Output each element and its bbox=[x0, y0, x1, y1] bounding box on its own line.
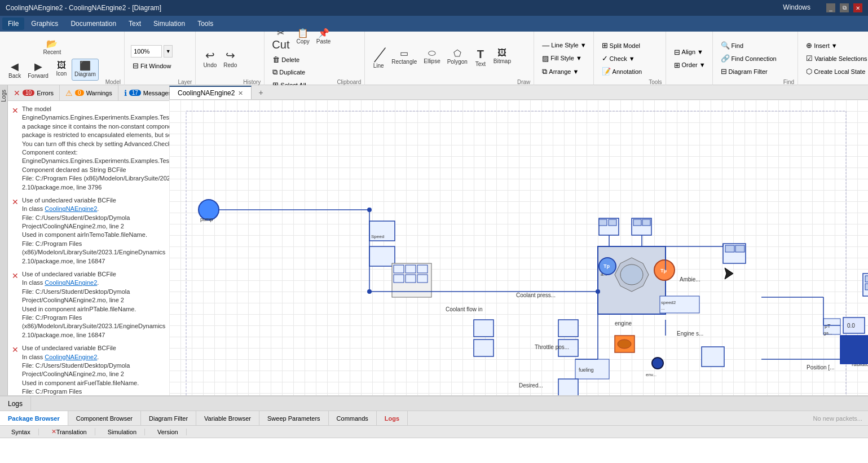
error-link-4[interactable]: CoolingNAEngine2 bbox=[45, 354, 97, 360]
menu-item-tools[interactable]: Tools bbox=[192, 17, 219, 30]
bottom-tab-commands[interactable]: Commands bbox=[329, 411, 377, 425]
split-model-button[interactable]: ⊞ Split Model bbox=[598, 39, 646, 51]
icon-button[interactable]: 🖼 Icon bbox=[52, 59, 71, 81]
cut-button[interactable]: ✂ Cut bbox=[269, 26, 292, 53]
diagram-tab-active[interactable]: CoolingNAEngine2 ✕ bbox=[169, 86, 252, 99]
undo-button[interactable]: ↩ Undo bbox=[200, 47, 219, 70]
rectangle-button[interactable]: ▭ Rectangle bbox=[389, 46, 420, 70]
minimize-button[interactable]: _ bbox=[826, 3, 835, 12]
svg-text:Speed: Speed bbox=[371, 234, 384, 239]
svg-text:...: ... bbox=[661, 306, 665, 311]
zoom-input[interactable] bbox=[131, 45, 162, 58]
recent-label: Recent bbox=[43, 49, 61, 55]
order-button[interactable]: ⊞ Order ▼ bbox=[671, 59, 709, 71]
svg-point-43 bbox=[618, 339, 631, 349]
svg-text:env...: env... bbox=[646, 372, 656, 377]
bottom-tab-package-browser[interactable]: Package Browser bbox=[0, 411, 68, 425]
diagram-canvas[interactable]: pump Speed Coolant flow in Coolant press… bbox=[169, 100, 868, 395]
menu-item-documentation[interactable]: Documentation bbox=[65, 17, 122, 30]
check-button[interactable]: ✓ Check ▼ bbox=[598, 52, 646, 64]
arrange-button[interactable]: ⧉ Arrange ▼ bbox=[539, 65, 589, 78]
menu-item-simulation[interactable]: Simulation bbox=[148, 17, 191, 30]
svg-text:speed2: speed2 bbox=[661, 300, 676, 305]
variable-selections-button[interactable]: ☑ Variable Selections bbox=[803, 52, 868, 64]
error-link-3[interactable]: CoolingNAEngine2 bbox=[45, 279, 97, 286]
translation-error-icon: ✕ bbox=[51, 428, 56, 435]
log-syntax-tab[interactable]: Syntax bbox=[3, 429, 39, 435]
recent-button[interactable]: 📂 Recent bbox=[41, 37, 64, 57]
menu-item-file[interactable]: File bbox=[2, 17, 24, 30]
svg-rect-51 bbox=[633, 219, 641, 226]
text-draw-button[interactable]: T Text bbox=[472, 46, 490, 70]
diagram-button[interactable]: ⬛ Diagram bbox=[72, 59, 99, 81]
svg-rect-5 bbox=[369, 246, 395, 266]
menu-bar: File Graphics Documentation Text Simulat… bbox=[0, 16, 868, 32]
svg-point-17 bbox=[620, 264, 643, 285]
create-local-state-button[interactable]: ⬡ Create Local State bbox=[803, 65, 868, 77]
back-button[interactable]: ◀ Back bbox=[6, 59, 24, 81]
forward-button[interactable]: ▶ Forward bbox=[25, 59, 51, 81]
error-tabs: ✕ 10 Errors ⚠ 0 Warnings ℹ 17 Messages » bbox=[8, 85, 177, 101]
redo-button[interactable]: ↪ Redo bbox=[221, 47, 240, 70]
line-button[interactable]: ╱ Line bbox=[369, 46, 387, 70]
tab-close-button[interactable]: ✕ bbox=[238, 90, 243, 97]
find-connection-button[interactable]: 🔗 Find Connection bbox=[717, 52, 780, 64]
find-button[interactable]: 🔍 Find bbox=[717, 39, 780, 51]
tools-label: Tools bbox=[649, 78, 662, 85]
diagram-filter-button[interactable]: ⊟ Diagram Filter bbox=[717, 65, 780, 77]
log-subtabs: Syntax ✕ Translation Simulation Version bbox=[0, 426, 868, 438]
svg-rect-49 bbox=[609, 219, 616, 226]
polygon-button[interactable]: ⬠ Polygon bbox=[444, 46, 470, 70]
layer-group-label: Layer bbox=[178, 78, 192, 85]
duplicate-button[interactable]: ⧉ Duplicate bbox=[269, 66, 333, 78]
insert-button[interactable]: ⊕ Insert ▼ bbox=[803, 39, 868, 51]
restore-button[interactable]: ⧉ bbox=[840, 3, 849, 12]
tab-label: CoolingNAEngine2 bbox=[178, 89, 235, 97]
svg-text:Tp: Tp bbox=[660, 268, 667, 274]
align-button[interactable]: ⊟ Align ▼ bbox=[671, 46, 709, 58]
tab-bar: CoolingNAEngine2 ✕ + bbox=[169, 85, 868, 100]
fit-window-button[interactable]: ⊟ Fit Window bbox=[129, 60, 174, 72]
bottom-tab-diagram-filter[interactable]: Diagram Filter bbox=[141, 411, 196, 425]
icon-label: Icon bbox=[56, 70, 67, 77]
bitmap-button[interactable]: 🖼 Bitmap bbox=[491, 46, 514, 70]
zoom-dropdown[interactable]: ▼ bbox=[164, 45, 173, 58]
log-simulation-tab[interactable]: Simulation bbox=[100, 429, 145, 435]
error-tab-errors[interactable]: ✕ 10 Errors bbox=[8, 85, 60, 100]
errors-label: Errors bbox=[37, 90, 54, 96]
fill-style-button[interactable]: ▨ Fill Style ▼ bbox=[539, 52, 589, 64]
svg-rect-46 bbox=[702, 347, 724, 367]
svg-rect-12 bbox=[417, 275, 428, 283]
bottom-tab-logs2[interactable]: Logs bbox=[377, 411, 408, 425]
svg-text:Coolant flow in: Coolant flow in bbox=[446, 306, 483, 312]
log-version-tab[interactable]: Version bbox=[149, 429, 187, 435]
bottom-tab-variable-browser[interactable]: Variable Browser bbox=[196, 411, 259, 425]
menu-item-text[interactable]: Text bbox=[123, 17, 147, 30]
menu-item-graphics[interactable]: Graphics bbox=[25, 17, 64, 30]
svg-rect-26 bbox=[725, 245, 734, 252]
copy-button[interactable]: 📋 Copy bbox=[293, 26, 312, 53]
ellipse-button[interactable]: ⬭ Ellipse bbox=[421, 46, 443, 70]
error-tab-warnings[interactable]: ⚠ 0 Warnings bbox=[60, 85, 118, 100]
log-translation-tab[interactable]: ✕ Translation bbox=[43, 428, 95, 435]
bottom-tab-component-browser[interactable]: Component Browser bbox=[68, 411, 141, 425]
line-style-button[interactable]: — Line Style ▼ bbox=[539, 39, 589, 51]
add-tab-button[interactable]: + bbox=[253, 86, 268, 99]
history-label: History bbox=[243, 78, 261, 85]
bottom-tab-logs[interactable]: Logs bbox=[0, 396, 31, 411]
format-group: — Line Style ▼ ▨ Fill Style ▼ ⧉ Arrange … bbox=[535, 32, 593, 85]
bottom-tab-sweep-params[interactable]: Sweep Parameters bbox=[259, 411, 329, 425]
paste-button[interactable]: 📌 Paste bbox=[314, 26, 334, 53]
delete-button[interactable]: 🗑 Delete bbox=[269, 54, 333, 65]
error-link-2[interactable]: CoolingNAEngine2 bbox=[45, 205, 97, 212]
canvas-area[interactable]: pump Speed Coolant flow in Coolant press… bbox=[169, 100, 868, 395]
close-button[interactable]: ✕ bbox=[853, 3, 862, 12]
error-item-2-icon: ✕ bbox=[12, 197, 19, 266]
svg-rect-8 bbox=[406, 265, 416, 273]
side-logs-label[interactable]: Logs bbox=[1, 85, 7, 107]
logs-side-label: Logs bbox=[8, 400, 23, 408]
annotation-button[interactable]: 📝 Annotation bbox=[598, 65, 646, 77]
error-icon: ✕ bbox=[14, 89, 20, 98]
delete-icon: 🗑 bbox=[272, 55, 280, 64]
windows-menu[interactable]: Windows bbox=[783, 3, 810, 12]
